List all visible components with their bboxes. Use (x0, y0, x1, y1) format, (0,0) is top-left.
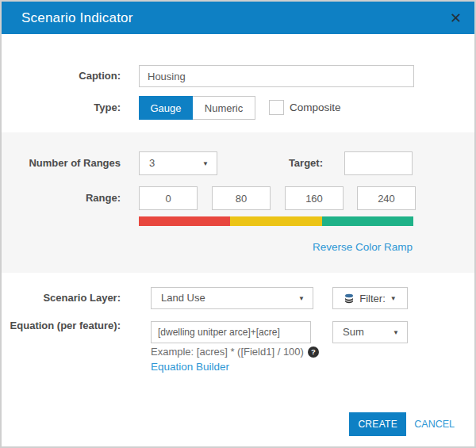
range-input-2[interactable] (212, 186, 271, 210)
scenario-layer-label: Scenario Layer: (2, 287, 121, 309)
scenario-indicator-dialog: Scenario Indicator ✕ Caption: Type: Gaug… (0, 0, 476, 448)
range-input-3[interactable] (285, 186, 344, 210)
help-icon[interactable]: ? (308, 347, 319, 358)
ramp-segment-yellow (230, 216, 321, 226)
ramp-segment-red (139, 216, 230, 226)
reverse-color-ramp-link[interactable]: Reverse Color Ramp (313, 241, 413, 253)
number-of-ranges-value: 3 (149, 152, 155, 174)
chevron-down-icon: ▼ (393, 329, 399, 336)
dialog-header: Scenario Indicator ✕ (2, 2, 474, 34)
aggregate-value: Sum (343, 322, 364, 343)
filter-label: Filter: (359, 293, 386, 304)
cancel-link[interactable]: CANCEL (414, 412, 455, 436)
type-option-gauge[interactable]: Gauge (139, 96, 193, 120)
composite-label: Composite (290, 100, 341, 115)
create-button[interactable]: CREATE (349, 412, 406, 436)
equation-input[interactable] (151, 321, 311, 343)
caption-input[interactable] (139, 65, 414, 87)
aggregate-select[interactable]: Sum ▼ (332, 321, 408, 343)
number-of-ranges-label: Number of Ranges (2, 151, 121, 175)
equation-builder-link[interactable]: Equation Builder (151, 361, 229, 373)
chevron-down-icon: ▼ (298, 295, 305, 302)
range-input-4[interactable] (357, 186, 416, 210)
type-toggle: Gauge Numeric (139, 96, 255, 120)
range-label: Range: (2, 186, 121, 210)
color-ramp (139, 216, 413, 226)
caption-label: Caption: (2, 65, 121, 87)
target-input[interactable] (344, 151, 413, 175)
composite-checkbox[interactable] (269, 100, 284, 115)
target-label: Target: (204, 151, 323, 175)
scenario-layer-value: Land Use (161, 288, 205, 308)
layers-icon (344, 293, 355, 304)
equation-example-text: Example: [acres] * ([Field1] / 100) (151, 346, 304, 358)
ramp-segment-green (322, 216, 413, 226)
chevron-down-icon: ▼ (390, 295, 397, 302)
type-label: Type: (2, 96, 121, 120)
equation-label: Equation (per feature): (2, 319, 121, 332)
type-option-numeric[interactable]: Numeric (193, 96, 255, 120)
equation-example: Example: [acres] * ([Field1] / 100) ? (151, 346, 319, 358)
dialog-title: Scenario Indicator (21, 10, 133, 26)
filter-dropdown-button[interactable]: Filter: ▼ (332, 287, 408, 309)
close-icon[interactable]: ✕ (450, 11, 462, 25)
range-input-1[interactable] (139, 186, 198, 210)
scenario-layer-select[interactable]: Land Use ▼ (151, 287, 313, 309)
